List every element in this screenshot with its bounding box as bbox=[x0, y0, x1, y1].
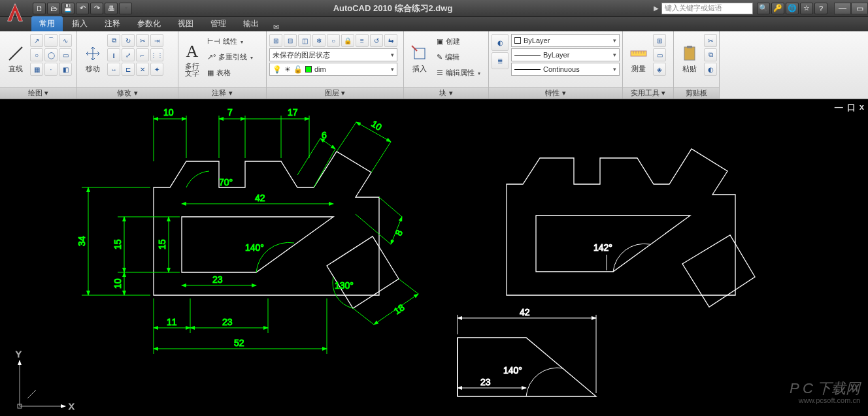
color-dropdown[interactable]: ByLayer bbox=[511, 34, 620, 47]
lineweight-dropdown[interactable]: ByLayer bbox=[511, 48, 620, 61]
fillet-icon[interactable]: ⌐ bbox=[136, 48, 149, 61]
point-icon[interactable]: · bbox=[44, 63, 58, 76]
panel-modify: 移动 ⧉ ↻ ✂ ⇥ ⫿ ⤢ ⌐ ⋮⋮ ↔ ⊏ ✕ ✦ 修改 ▾ bbox=[77, 31, 178, 99]
list-icon[interactable]: ≣ bbox=[492, 52, 509, 69]
region-icon[interactable]: ◧ bbox=[59, 63, 72, 76]
layer-off-icon[interactable]: ○ bbox=[327, 34, 340, 47]
app-logo-icon[interactable] bbox=[3, 0, 27, 25]
svg-line-46 bbox=[353, 308, 374, 325]
tab-manage[interactable]: 管理 bbox=[203, 16, 234, 31]
dim-10b: 10 bbox=[369, 118, 384, 133]
spline-icon[interactable]: ∿ bbox=[59, 34, 72, 47]
rotate-icon[interactable]: ↻ bbox=[122, 34, 135, 47]
panel-utilities: 测量 ⊞ ▭ ◈ 实用工具 ▾ bbox=[623, 31, 674, 99]
layer-lock-icon[interactable]: 🔒 bbox=[341, 34, 354, 47]
layer-prop-icon[interactable]: ⊞ bbox=[269, 34, 282, 47]
rectangle-icon[interactable]: ▭ bbox=[59, 48, 72, 61]
copy-clip-icon[interactable]: ⧉ bbox=[704, 48, 717, 61]
window-maximize-button[interactable]: ▭ bbox=[851, 3, 868, 14]
comm-icon[interactable]: 🌐 bbox=[786, 3, 799, 14]
layer-dropdown[interactable]: 💡☀🔓 dim bbox=[269, 63, 397, 76]
array-icon[interactable]: ⋮⋮ bbox=[150, 48, 163, 61]
panel-prop-title[interactable]: 特性 ▾ bbox=[489, 87, 622, 99]
copy-icon[interactable]: ⧉ bbox=[107, 34, 120, 47]
key-icon[interactable]: 🔑 bbox=[771, 3, 784, 14]
extend-icon[interactable]: ⇥ bbox=[150, 34, 163, 47]
table-icon: ▦ bbox=[207, 69, 214, 77]
layer-prev-icon[interactable]: ↺ bbox=[370, 34, 383, 47]
tab-annotate[interactable]: 注释 bbox=[97, 16, 128, 31]
search-input[interactable]: 键入关键字或短语 bbox=[661, 3, 753, 14]
cut-icon[interactable]: ✂ bbox=[704, 34, 717, 47]
svg-rect-10 bbox=[684, 47, 695, 60]
linear-dim-button[interactable]: ⊢⊣线性 bbox=[205, 34, 256, 48]
move-button[interactable]: 移动 bbox=[80, 34, 106, 84]
ellipse-icon[interactable]: ◯ bbox=[44, 48, 58, 61]
dim-15b: 15 bbox=[157, 239, 167, 249]
layer-freeze-icon[interactable]: ❄ bbox=[312, 34, 326, 47]
layer-iso-icon[interactable]: ◫ bbox=[298, 34, 311, 47]
qat-print-icon[interactable]: 🖶 bbox=[105, 3, 118, 14]
layer-state-icon[interactable]: ⊟ bbox=[284, 34, 297, 47]
qat-undo-icon[interactable]: ↶ bbox=[76, 3, 89, 14]
line-button[interactable]: 直线 bbox=[3, 34, 29, 84]
layer-match-icon[interactable]: ≡ bbox=[356, 34, 369, 47]
qat-save-icon[interactable]: 💾 bbox=[61, 3, 75, 14]
table-button[interactable]: ▦表格 bbox=[205, 65, 256, 80]
stretch-icon[interactable]: ↔ bbox=[107, 63, 120, 76]
layer-state-dropdown[interactable]: 未保存的图层状态 bbox=[269, 48, 397, 61]
qat-open-icon[interactable]: 🗁 bbox=[47, 3, 60, 14]
tab-output[interactable]: 输出 bbox=[235, 16, 267, 31]
matchprop-icon[interactable]: ◐ bbox=[704, 63, 717, 76]
block-attr-button[interactable]: ☰编辑属性 bbox=[434, 65, 483, 80]
measure-button[interactable]: 测量 bbox=[626, 34, 652, 84]
qat-redo-icon[interactable]: ↷ bbox=[90, 3, 103, 14]
match-prop-icon[interactable]: ◐ bbox=[492, 34, 509, 51]
hatch-icon[interactable]: ▦ bbox=[30, 63, 43, 76]
offset-icon[interactable]: ⊏ bbox=[122, 63, 135, 76]
qat-more-icon[interactable] bbox=[119, 3, 132, 14]
qat-new-icon[interactable]: 🗋 bbox=[33, 3, 46, 14]
circle-icon[interactable]: ○ bbox=[30, 48, 43, 61]
search-play-icon[interactable]: ▶ bbox=[654, 5, 659, 12]
block-create-button[interactable]: ▣创建 bbox=[434, 34, 483, 48]
block-edit-button[interactable]: ✎编辑 bbox=[434, 50, 483, 64]
help-icon[interactable]: ? bbox=[814, 3, 827, 14]
window-minimize-button[interactable]: — bbox=[834, 3, 851, 14]
sun-icon: ☀ bbox=[284, 65, 291, 74]
insert-button[interactable]: 插入 bbox=[407, 34, 433, 84]
lineweight-value: ByLayer bbox=[543, 51, 569, 59]
linetype-dropdown[interactable]: Continuous bbox=[511, 63, 620, 76]
mleader-button[interactable]: ↗°多重引线 bbox=[205, 50, 256, 64]
drawing-canvas[interactable]: — 口 x 10 7 bbox=[0, 99, 868, 416]
tab-mail-icon[interactable]: ✉ bbox=[273, 23, 279, 31]
linear-icon: ⊢⊣ bbox=[207, 37, 220, 46]
polyline-icon[interactable]: ↗ bbox=[30, 34, 43, 47]
panel-block-title[interactable]: 块 ▾ bbox=[404, 87, 488, 99]
quick-access-toolbar: 🗋 🗁 💾 ↶ ↷ 🖶 bbox=[33, 3, 132, 14]
tab-view[interactable]: 视图 bbox=[170, 16, 201, 31]
scale-icon[interactable]: ⤢ bbox=[122, 48, 135, 61]
layer-walk-icon[interactable]: ⇆ bbox=[384, 34, 397, 47]
select-icon[interactable]: ▭ bbox=[653, 48, 666, 61]
quickcalc-icon[interactable]: ⊞ bbox=[653, 34, 666, 47]
explode-icon[interactable]: ✦ bbox=[150, 63, 163, 76]
erase-icon[interactable]: ✕ bbox=[136, 63, 149, 76]
panel-layer-title[interactable]: 图层 ▾ bbox=[267, 87, 403, 99]
favorite-icon[interactable]: ☆ bbox=[800, 3, 813, 14]
mtext-button[interactable]: A 多行 文字 bbox=[181, 34, 203, 84]
trim-icon[interactable]: ✂ bbox=[136, 34, 149, 47]
binoculars-icon[interactable]: 🔍 bbox=[757, 3, 770, 14]
mirror-icon[interactable]: ⫿ bbox=[107, 48, 120, 61]
arc-icon[interactable]: ⌒ bbox=[44, 34, 58, 47]
paste-button[interactable]: 粘贴 bbox=[676, 34, 703, 84]
tab-parametric[interactable]: 参数化 bbox=[129, 16, 169, 31]
tab-insert[interactable]: 插入 bbox=[64, 16, 95, 31]
panel-modify-title[interactable]: 修改 ▾ bbox=[77, 87, 178, 99]
panel-annot-title[interactable]: 注释 ▾ bbox=[178, 87, 266, 99]
panel-util-title[interactable]: 实用工具 ▾ bbox=[623, 87, 673, 99]
tab-home[interactable]: 常用 bbox=[31, 16, 63, 31]
svg-line-31 bbox=[371, 142, 391, 172]
panel-draw-title[interactable]: 绘图 ▾ bbox=[0, 87, 76, 99]
selectall-icon[interactable]: ◈ bbox=[653, 63, 666, 76]
